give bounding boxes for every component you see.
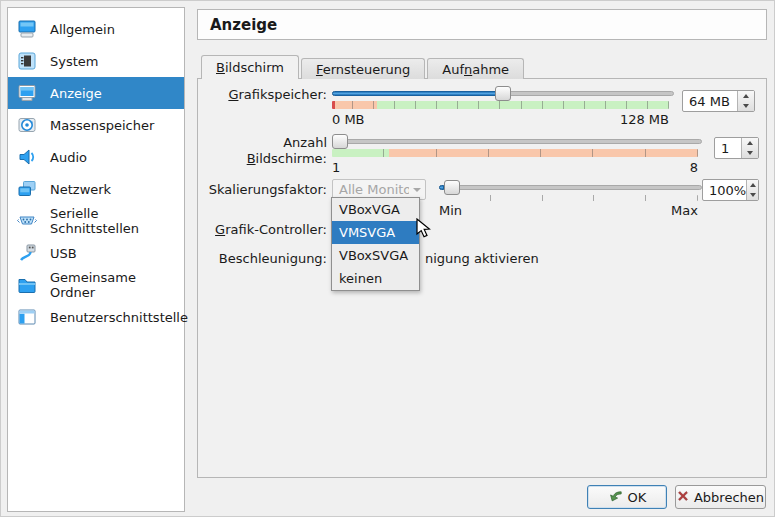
- spin-down-button[interactable]: [738, 101, 754, 111]
- ok-button-label: OK: [628, 490, 647, 505]
- network-icon: [15, 177, 39, 201]
- scale-factor-spinbox[interactable]: 100%: [702, 179, 759, 201]
- arrow-down-icon: [747, 151, 753, 155]
- slider-track: [439, 185, 702, 190]
- screen-tab-panel: Grafikspeicher: 0 MB 128 MB 64 MB Anzahl…: [197, 78, 767, 478]
- combobox-value: Alle Monitore: [333, 182, 409, 197]
- acceleration-checkbox-label[interactable]: nigung aktivieren: [425, 251, 539, 266]
- sidebar-item-benutzerschnittstelle[interactable]: Benutzerschnittstelle: [8, 301, 184, 333]
- video-memory-value: 64 MB: [683, 91, 737, 111]
- video-memory-scale: 0 MB 128 MB: [332, 112, 669, 127]
- sidebar-item-serielle-schnittstellen[interactable]: Serielle Schnittstellen: [8, 205, 184, 237]
- tab-aufnahme[interactable]: Aufnahme: [427, 58, 524, 79]
- sidebar-item-label: Audio: [50, 150, 87, 165]
- dropdown-item-vmsvga[interactable]: VMSVGA: [332, 221, 419, 244]
- monitor-count-min-label: 1: [332, 160, 340, 175]
- slider-handle[interactable]: [332, 134, 348, 149]
- arrow-up-icon: [743, 94, 749, 98]
- tab-label: Bildschirm: [216, 60, 284, 75]
- sidebar-item-label: Gemeinsame Ordner: [50, 270, 184, 300]
- display-icon: [15, 81, 39, 105]
- scale-factor-ticks: [439, 195, 698, 201]
- scale-factor-slider[interactable]: [439, 180, 702, 195]
- usb-icon: [15, 241, 39, 265]
- tab-fernsteuerung[interactable]: Fernsteuerung: [301, 58, 425, 79]
- sidebar-item-label: Benutzerschnittstelle: [50, 310, 188, 325]
- user-interface-icon: [15, 305, 39, 329]
- settings-category-list: Allgemein System Anzeige Massenspeicher: [7, 7, 185, 512]
- page-title: Anzeige: [210, 16, 277, 34]
- spin-down-button[interactable]: [747, 190, 758, 200]
- monitor-count-label: Anzahl Bildschirme:: [200, 135, 327, 167]
- sidebar-item-audio[interactable]: Audio: [8, 141, 184, 173]
- scale-factor-min-label: Min: [439, 203, 462, 218]
- sidebar-item-anzeige[interactable]: Anzeige: [8, 77, 184, 109]
- ok-button[interactable]: OK: [587, 485, 667, 509]
- dropdown-item-vboxsvga[interactable]: VBoxSVGA: [332, 244, 419, 267]
- video-memory-label: Grafikspeicher:: [200, 87, 327, 103]
- tab-label: Aufnahme: [442, 62, 509, 77]
- tab-bar: Bildschirm Fernsteuerung Aufnahme: [201, 55, 524, 79]
- tab-label: Fernsteuerung: [316, 62, 410, 77]
- dropdown-item-label: VMSVGA: [339, 225, 395, 240]
- acceleration-label: Beschleunigung:: [200, 251, 327, 267]
- arrow-up-icon: [750, 183, 756, 187]
- slider-handle[interactable]: [444, 180, 460, 195]
- monitor-count-max-label: 8: [690, 160, 698, 175]
- sidebar-item-netzwerk[interactable]: Netzwerk: [8, 173, 184, 205]
- cancel-icon: [677, 490, 689, 505]
- spin-down-button[interactable]: [742, 148, 758, 158]
- settings-dialog: Allgemein System Anzeige Massenspeicher: [0, 0, 775, 517]
- video-memory-max-label: 128 MB: [620, 112, 669, 127]
- monitor-count-slider[interactable]: [332, 134, 702, 149]
- video-memory-spinbox[interactable]: 64 MB: [682, 90, 755, 112]
- slider-fill: [332, 91, 503, 96]
- shared-folders-icon: [15, 273, 39, 297]
- monitor-count-scale: 1 8: [332, 160, 698, 175]
- sidebar-item-label: Allgemein: [50, 22, 115, 37]
- cancel-button[interactable]: Abbrechen: [675, 485, 766, 509]
- ok-icon: [608, 489, 623, 506]
- spin-up-button[interactable]: [742, 138, 758, 148]
- monitor-count-value: 1: [715, 138, 741, 158]
- scale-factor-scale: Min Max: [439, 203, 698, 218]
- monitor-count-spinbox[interactable]: 1: [714, 137, 759, 159]
- graphics-controller-dropdown: VBoxVGA VMSVGA VBoxSVGA keinen: [331, 197, 420, 291]
- sidebar-item-system[interactable]: System: [8, 45, 184, 77]
- page-header: Anzeige: [197, 9, 767, 40]
- scale-factor-label: Skalierungsfaktor:: [200, 182, 327, 198]
- dropdown-item-keinen[interactable]: keinen: [332, 267, 419, 290]
- sidebar-item-label: Serielle Schnittstellen: [50, 206, 184, 236]
- slider-handle[interactable]: [495, 86, 511, 101]
- sidebar-item-label: Netzwerk: [50, 182, 111, 197]
- spin-buttons: [746, 180, 758, 200]
- system-icon: [15, 49, 39, 73]
- video-memory-min-label: 0 MB: [332, 112, 365, 127]
- audio-icon: [15, 145, 39, 169]
- dropdown-item-label: VBoxSVGA: [339, 248, 408, 263]
- sidebar-item-usb[interactable]: USB: [8, 237, 184, 269]
- scale-factor-max-label: Max: [671, 203, 698, 218]
- slider-track: [332, 139, 702, 144]
- sidebar-item-massenspeicher[interactable]: Massenspeicher: [8, 109, 184, 141]
- chevron-down-icon: [409, 188, 425, 192]
- mouse-cursor-icon: [416, 218, 431, 242]
- scale-factor-value: 100%: [703, 180, 746, 200]
- dropdown-item-label: VBoxVGA: [339, 202, 400, 217]
- video-memory-slider[interactable]: [332, 86, 674, 101]
- general-icon: [15, 17, 39, 41]
- sidebar-item-gemeinsame-ordner[interactable]: Gemeinsame Ordner: [8, 269, 184, 301]
- spin-up-button[interactable]: [747, 180, 758, 190]
- arrow-down-icon: [743, 104, 749, 108]
- sidebar-item-label: USB: [50, 246, 77, 261]
- dropdown-item-vboxvga[interactable]: VBoxVGA: [332, 198, 419, 221]
- graphics-controller-label: Grafik-Controller:: [200, 222, 327, 238]
- video-memory-range-gauge: [332, 101, 669, 109]
- arrow-down-icon: [750, 193, 756, 197]
- spin-up-button[interactable]: [738, 91, 754, 101]
- storage-icon: [15, 113, 39, 137]
- spin-buttons: [741, 138, 758, 158]
- sidebar-item-label: Massenspeicher: [50, 118, 154, 133]
- sidebar-item-allgemein[interactable]: Allgemein: [8, 13, 184, 45]
- tab-bildschirm[interactable]: Bildschirm: [201, 55, 299, 79]
